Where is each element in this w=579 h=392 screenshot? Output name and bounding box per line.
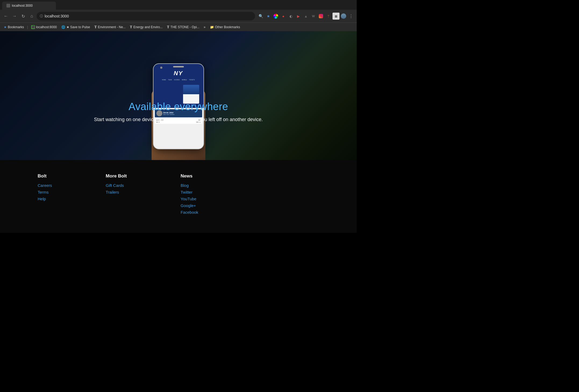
extension3-icon[interactable]: ▶	[295, 13, 302, 20]
toolbar-icons: 🔍 ★ ● ◐ ▶ ▲ W ⍑ ▦ ⋮	[257, 13, 355, 20]
localhost8000-label: localhost:8000	[36, 25, 57, 29]
more-bookmarks-icon: »	[204, 25, 206, 29]
nyt3-icon: 𝕋	[167, 25, 169, 29]
bookmarks-star-icon: ★	[4, 25, 7, 29]
bookmark-energy[interactable]: 𝕋 Energy and Enviro...	[128, 25, 164, 30]
footer-section: Bolt Careers Terms Help More Bolt Gift C…	[0, 160, 357, 233]
phone-camera	[160, 67, 162, 69]
footer-link-blog[interactable]: Blog	[181, 183, 198, 188]
bookmark-stone[interactable]: 𝕋 THE STONE - Opi...	[165, 25, 201, 30]
environment-label: Environment - Ne...	[98, 25, 126, 29]
energy-label: Energy and Enviro...	[133, 25, 163, 29]
stone-label: THE STONE - Opi...	[170, 25, 199, 29]
footer-link-youtube[interactable]: YouTube	[181, 197, 198, 201]
phone-nav-team: TEAM	[168, 79, 172, 81]
home-button[interactable]: ⌂	[28, 12, 35, 20]
nyt2-icon: 𝕋	[130, 25, 132, 29]
bookmark-chevron[interactable]: »	[202, 25, 207, 30]
footer-link-googleplus[interactable]: Google+	[181, 203, 198, 208]
address-text: localhost:3000	[45, 14, 69, 18]
extension2-icon[interactable]: ◐	[287, 13, 294, 20]
footer-column-more-bolt: More Bolt Gift Cards Trailers	[106, 173, 127, 217]
footer-bolt-heading: Bolt	[38, 173, 52, 179]
tab-title: localhost:3000	[12, 4, 33, 8]
extension6-icon[interactable]: ▦	[333, 13, 339, 20]
separator1: |	[27, 25, 28, 29]
refresh-button[interactable]: ↻	[19, 12, 27, 20]
pulse-globe-icon: 🌐	[61, 25, 65, 29]
profile-icon[interactable]	[340, 13, 347, 20]
save-to-pulse-label: ★ Save to Pulse	[66, 25, 90, 29]
bookmarks-label: Bookmarks	[8, 25, 24, 29]
hero-section: NY HOME TEAM SCORES MOBILE TICKETS	[0, 31, 357, 160]
folder-icon: 📁	[210, 25, 214, 29]
phone-nav-tickets: TICKETS	[189, 79, 195, 81]
footer-news-heading: News	[181, 173, 198, 179]
phone-notch	[173, 66, 184, 67]
phone-nav-mobile: MOBILE	[182, 79, 187, 81]
hero-subtitle: Start watching on one device, and pick u…	[94, 117, 263, 122]
phone-logo: NY	[174, 70, 183, 77]
footer-link-careers[interactable]: Careers	[38, 183, 52, 188]
extension5-icon[interactable]: W	[310, 13, 317, 20]
menu-icon[interactable]: ⋮	[348, 13, 355, 20]
bookmark-localhost8000[interactable]: ⬛ localhost:8000	[30, 25, 58, 30]
localhost8000-icon: ⬛	[31, 25, 35, 29]
bookmarks-bar: ★ Bookmarks | ⬛ localhost:8000 🌐 ★ Save …	[0, 23, 357, 31]
bookmark-other[interactable]: 📁 Other Bookmarks	[208, 25, 242, 30]
phone-nav-home: HOME	[162, 79, 166, 81]
footer-link-gift-cards[interactable]: Gift Cards	[106, 183, 127, 188]
tab-favicon	[6, 4, 10, 8]
search-icon-btn[interactable]: 🔍	[257, 13, 264, 20]
browser-chrome: localhost:3000 ← → ↻ ⌂ ⓘ localhost:3000 …	[0, 0, 357, 31]
rss-icon[interactable]: ⍑	[325, 13, 332, 20]
footer-link-help[interactable]: Help	[38, 197, 52, 201]
bookmark-environment[interactable]: 𝕋 Environment - Ne...	[93, 25, 127, 30]
extension4-icon[interactable]: ▲	[302, 13, 309, 20]
active-tab[interactable]: localhost:3000	[2, 2, 56, 10]
security-icon: ⓘ	[40, 14, 43, 19]
address-bar[interactable]: ⓘ localhost:3000	[37, 12, 255, 20]
bookmark-bookmarks[interactable]: ★ Bookmarks	[2, 25, 26, 30]
bookmark-star-icon[interactable]: ★	[265, 13, 272, 20]
footer-column-news: News Blog Twitter YouTube Google+ Facebo…	[181, 173, 198, 217]
color-wheel-icon[interactable]	[272, 13, 279, 20]
footer-link-trailers[interactable]: Trailers	[106, 190, 127, 194]
footer-column-bolt: Bolt Careers Terms Help	[38, 173, 52, 217]
instagram-icon[interactable]	[317, 13, 324, 20]
tab-bar: localhost:3000	[0, 0, 357, 10]
back-button[interactable]: ←	[2, 12, 10, 20]
address-bar-row: ← → ↻ ⌂ ⓘ localhost:3000 🔍 ★ ● ◐ ▶ ▲ W ⍑…	[0, 10, 357, 23]
hero-content: Available everywhere Start watching on o…	[94, 101, 263, 122]
other-bookmarks-label: Other Bookmarks	[215, 25, 240, 29]
bookmark-save-to-pulse[interactable]: 🌐 ★ Save to Pulse	[60, 25, 92, 30]
phone-nav: HOME TEAM SCORES MOBILE TICKETS	[162, 79, 195, 81]
nyt1-icon: 𝕋	[94, 25, 97, 29]
footer-link-terms[interactable]: Terms	[38, 190, 52, 194]
phone-nav-scores: SCORES	[174, 79, 180, 81]
footer-link-twitter[interactable]: Twitter	[181, 190, 198, 194]
footer-link-facebook[interactable]: Facebook	[181, 210, 198, 215]
hero-title: Available everywhere	[94, 101, 263, 112]
extension1-icon[interactable]: ●	[280, 13, 287, 20]
forward-button[interactable]: →	[11, 12, 18, 20]
footer-more-bolt-heading: More Bolt	[106, 173, 127, 179]
